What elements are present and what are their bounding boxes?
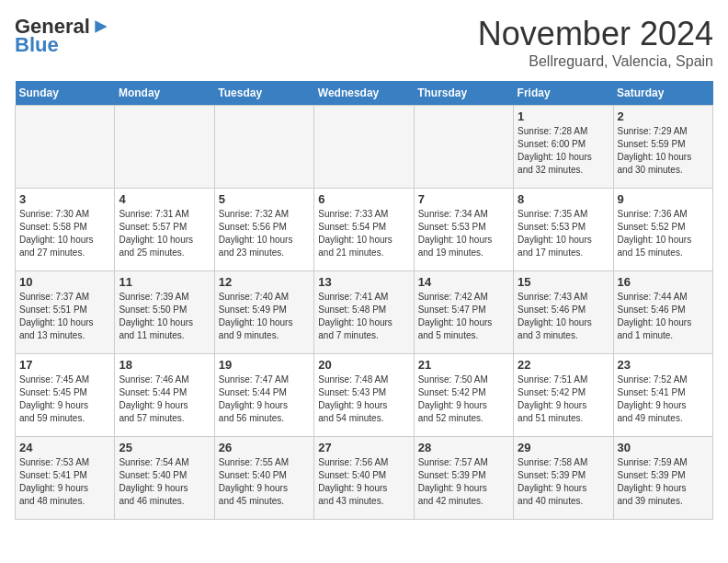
- day-number: 16: [618, 275, 709, 289]
- day-number: 10: [19, 275, 110, 289]
- calendar-header-row: SundayMondayTuesdayWednesdayThursdayFrid…: [16, 81, 713, 106]
- calendar-week-row: 24Sunrise: 7:53 AM Sunset: 5:41 PM Dayli…: [16, 437, 713, 520]
- day-number: 17: [19, 358, 110, 372]
- day-number: 3: [19, 192, 110, 206]
- calendar-cell: 23Sunrise: 7:52 AM Sunset: 5:41 PM Dayli…: [613, 354, 712, 437]
- calendar-cell: [214, 106, 313, 189]
- day-info: Sunrise: 7:59 AM Sunset: 5:39 PM Dayligh…: [618, 456, 709, 508]
- day-info: Sunrise: 7:43 AM Sunset: 5:46 PM Dayligh…: [518, 291, 609, 342]
- page-header: General Blue November 2024 Bellreguard, …: [15, 15, 713, 70]
- day-info: Sunrise: 7:55 AM Sunset: 5:40 PM Dayligh…: [219, 456, 310, 508]
- logo: General Blue: [15, 15, 110, 57]
- weekday-header-thursday: Thursday: [414, 81, 513, 106]
- day-info: Sunrise: 7:32 AM Sunset: 5:56 PM Dayligh…: [219, 208, 310, 259]
- calendar-cell: [115, 106, 214, 189]
- calendar-cell: 22Sunrise: 7:51 AM Sunset: 5:42 PM Dayli…: [514, 354, 613, 437]
- calendar-cell: 27Sunrise: 7:56 AM Sunset: 5:40 PM Dayli…: [314, 437, 414, 520]
- day-info: Sunrise: 7:57 AM Sunset: 5:39 PM Dayligh…: [418, 456, 509, 508]
- calendar-cell: 11Sunrise: 7:39 AM Sunset: 5:50 PM Dayli…: [115, 271, 214, 354]
- calendar-cell: 30Sunrise: 7:59 AM Sunset: 5:39 PM Dayli…: [613, 437, 712, 520]
- day-info: Sunrise: 7:35 AM Sunset: 5:53 PM Dayligh…: [518, 208, 609, 259]
- day-info: Sunrise: 7:41 AM Sunset: 5:48 PM Dayligh…: [318, 291, 409, 342]
- calendar-table: SundayMondayTuesdayWednesdayThursdayFrid…: [15, 81, 713, 520]
- calendar-cell: 28Sunrise: 7:57 AM Sunset: 5:39 PM Dayli…: [414, 437, 513, 520]
- day-number: 19: [219, 358, 310, 372]
- day-number: 21: [418, 358, 509, 372]
- day-info: Sunrise: 7:47 AM Sunset: 5:44 PM Dayligh…: [219, 373, 310, 425]
- weekday-header-friday: Friday: [514, 81, 613, 106]
- weekday-header-sunday: Sunday: [16, 81, 115, 106]
- calendar-cell: [314, 106, 414, 189]
- title-section: November 2024 Bellreguard, Valencia, Spa…: [478, 15, 713, 70]
- logo-arrow-icon: [92, 17, 110, 36]
- calendar-cell: 12Sunrise: 7:40 AM Sunset: 5:49 PM Dayli…: [214, 271, 313, 354]
- calendar-cell: 9Sunrise: 7:36 AM Sunset: 5:52 PM Daylig…: [613, 189, 712, 271]
- calendar-cell: 1Sunrise: 7:28 AM Sunset: 6:00 PM Daylig…: [514, 106, 613, 189]
- day-info: Sunrise: 7:31 AM Sunset: 5:57 PM Dayligh…: [119, 208, 210, 259]
- calendar-week-row: 3Sunrise: 7:30 AM Sunset: 5:58 PM Daylig…: [16, 189, 713, 271]
- calendar-cell: 7Sunrise: 7:34 AM Sunset: 5:53 PM Daylig…: [414, 189, 513, 271]
- day-number: 25: [119, 441, 210, 454]
- day-info: Sunrise: 7:28 AM Sunset: 6:00 PM Dayligh…: [518, 125, 609, 177]
- calendar-cell: 18Sunrise: 7:46 AM Sunset: 5:44 PM Dayli…: [115, 354, 214, 437]
- calendar-cell: 6Sunrise: 7:33 AM Sunset: 5:54 PM Daylig…: [314, 189, 414, 271]
- day-info: Sunrise: 7:44 AM Sunset: 5:46 PM Dayligh…: [618, 291, 709, 342]
- day-number: 28: [418, 441, 509, 454]
- day-info: Sunrise: 7:34 AM Sunset: 5:53 PM Dayligh…: [418, 208, 509, 259]
- day-number: 29: [518, 441, 609, 454]
- day-number: 11: [119, 275, 210, 289]
- calendar-week-row: 17Sunrise: 7:45 AM Sunset: 5:45 PM Dayli…: [16, 354, 713, 437]
- day-number: 23: [618, 358, 709, 372]
- day-number: 22: [518, 358, 609, 372]
- day-info: Sunrise: 7:29 AM Sunset: 5:59 PM Dayligh…: [618, 125, 709, 177]
- calendar-cell: 20Sunrise: 7:48 AM Sunset: 5:43 PM Dayli…: [314, 354, 414, 437]
- day-number: 18: [119, 358, 210, 372]
- day-number: 12: [219, 275, 310, 289]
- day-number: 6: [318, 192, 409, 206]
- calendar-cell: 4Sunrise: 7:31 AM Sunset: 5:57 PM Daylig…: [115, 189, 214, 271]
- day-info: Sunrise: 7:39 AM Sunset: 5:50 PM Dayligh…: [119, 291, 210, 342]
- day-info: Sunrise: 7:53 AM Sunset: 5:41 PM Dayligh…: [19, 456, 110, 508]
- calendar-cell: 13Sunrise: 7:41 AM Sunset: 5:48 PM Dayli…: [314, 271, 414, 354]
- calendar-cell: [414, 106, 513, 189]
- day-number: 15: [518, 275, 609, 289]
- day-info: Sunrise: 7:51 AM Sunset: 5:42 PM Dayligh…: [518, 373, 609, 425]
- day-number: 27: [318, 441, 409, 454]
- day-number: 26: [219, 441, 310, 454]
- month-title: November 2024: [478, 15, 713, 53]
- day-info: Sunrise: 7:48 AM Sunset: 5:43 PM Dayligh…: [318, 373, 409, 425]
- day-info: Sunrise: 7:33 AM Sunset: 5:54 PM Dayligh…: [318, 208, 409, 259]
- calendar-cell: 14Sunrise: 7:42 AM Sunset: 5:47 PM Dayli…: [414, 271, 513, 354]
- day-info: Sunrise: 7:30 AM Sunset: 5:58 PM Dayligh…: [19, 208, 110, 259]
- weekday-header-wednesday: Wednesday: [314, 81, 414, 106]
- logo-blue-text: Blue: [15, 33, 59, 57]
- weekday-header-monday: Monday: [115, 81, 214, 106]
- calendar-cell: 5Sunrise: 7:32 AM Sunset: 5:56 PM Daylig…: [214, 189, 313, 271]
- location-subtitle: Bellreguard, Valencia, Spain: [478, 53, 713, 70]
- day-number: 24: [19, 441, 110, 454]
- weekday-header-saturday: Saturday: [613, 81, 712, 106]
- calendar-cell: 16Sunrise: 7:44 AM Sunset: 5:46 PM Dayli…: [613, 271, 712, 354]
- day-info: Sunrise: 7:52 AM Sunset: 5:41 PM Dayligh…: [618, 373, 709, 425]
- day-number: 5: [219, 192, 310, 206]
- day-number: 20: [318, 358, 409, 372]
- calendar-cell: 26Sunrise: 7:55 AM Sunset: 5:40 PM Dayli…: [214, 437, 313, 520]
- calendar-cell: [16, 106, 115, 189]
- calendar-cell: 25Sunrise: 7:54 AM Sunset: 5:40 PM Dayli…: [115, 437, 214, 520]
- day-number: 8: [518, 192, 609, 206]
- calendar-cell: 17Sunrise: 7:45 AM Sunset: 5:45 PM Dayli…: [16, 354, 115, 437]
- calendar-cell: 24Sunrise: 7:53 AM Sunset: 5:41 PM Dayli…: [16, 437, 115, 520]
- calendar-cell: 15Sunrise: 7:43 AM Sunset: 5:46 PM Dayli…: [514, 271, 613, 354]
- day-number: 1: [518, 109, 609, 123]
- calendar-week-row: 10Sunrise: 7:37 AM Sunset: 5:51 PM Dayli…: [16, 271, 713, 354]
- day-number: 9: [618, 192, 709, 206]
- day-info: Sunrise: 7:50 AM Sunset: 5:42 PM Dayligh…: [418, 373, 509, 425]
- day-info: Sunrise: 7:54 AM Sunset: 5:40 PM Dayligh…: [119, 456, 210, 508]
- day-info: Sunrise: 7:46 AM Sunset: 5:44 PM Dayligh…: [119, 373, 210, 425]
- weekday-header-tuesday: Tuesday: [214, 81, 313, 106]
- svg-marker-0: [95, 20, 107, 32]
- calendar-cell: 8Sunrise: 7:35 AM Sunset: 5:53 PM Daylig…: [514, 189, 613, 271]
- day-info: Sunrise: 7:56 AM Sunset: 5:40 PM Dayligh…: [318, 456, 409, 508]
- calendar-cell: 21Sunrise: 7:50 AM Sunset: 5:42 PM Dayli…: [414, 354, 513, 437]
- day-number: 30: [618, 441, 709, 454]
